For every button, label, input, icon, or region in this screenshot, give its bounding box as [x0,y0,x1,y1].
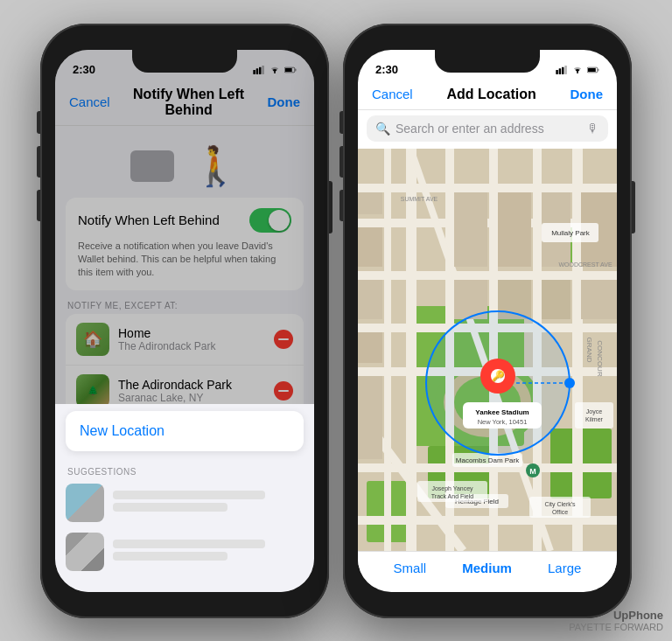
svg-rect-45 [498,192,531,267]
svg-rect-51 [581,280,617,319]
svg-rect-81 [575,402,613,428]
home-remove-button[interactable] [274,330,293,349]
park-remove-button[interactable] [274,381,293,401]
svg-rect-50 [542,280,570,319]
right-status-icons [556,66,599,74]
toggle-description: Receive a notification when you leave Da… [78,240,291,280]
right-notch [435,50,540,73]
right-cancel-button[interactable]: Cancel [372,87,413,101]
svg-rect-11 [564,66,567,74]
search-icon: 🔍 [375,122,390,136]
park-thumb: 🌲 [76,374,109,408]
wallet-wrapper [130,150,174,182]
svg-text:Kilmer: Kilmer [585,416,604,422]
notch [132,50,237,73]
left-cancel-button[interactable]: Cancel [69,94,110,109]
wifi-icon [269,66,281,74]
park-sub: Saranac Lake, NY [118,392,265,404]
left-done-button[interactable]: Done [268,94,301,109]
svg-rect-53 [358,376,382,459]
home-thumb: 🏠 [76,323,109,356]
volume-down-button[interactable] [37,190,40,221]
svg-text:M: M [529,467,536,476]
right-signal-icon [556,66,568,74]
svg-rect-15 [588,68,596,72]
left-status-icons [253,66,297,74]
left-screen: 2:30 [55,50,314,592]
search-input[interactable]: Search or enter an address [396,122,582,136]
svg-rect-8 [556,70,558,74]
suggestion-line2b [113,552,228,561]
suggestion-item-1[interactable] [66,480,304,526]
suggestion-text-1 [113,491,304,515]
svg-point-12 [577,71,578,73]
svg-text:Joyce: Joyce [586,408,602,415]
notify-toggle[interactable] [249,208,291,233]
volume-up-button[interactable] [37,146,40,178]
medium-size-button[interactable]: Medium [462,561,512,575]
location-item-home: 🏠 Home The Adirondack Park [66,314,304,366]
search-bar[interactable]: 🔍 Search or enter an address 🎙 [367,115,608,142]
suggestion-line1a [113,491,265,499]
svg-rect-14 [598,68,598,71]
toggle-section: Notify When Left Behind Receive a notifi… [66,198,304,290]
battery-icon [284,66,297,74]
svg-text:SUMMIT AVE: SUMMIT AVE [401,196,438,202]
right-mute-button[interactable] [340,111,343,134]
small-size-button[interactable]: Small [394,561,427,575]
home-text: Home The Adirondack Park [118,326,265,352]
right-wifi-icon [571,66,584,74]
svg-text:GRAND: GRAND [585,337,593,362]
power-button[interactable] [329,181,332,233]
park-name: The Adirondack Park [118,378,265,392]
park-text: The Adirondack Park Saranac Lake, NY [118,378,265,404]
toggle-label: Notify When Left Behind [78,213,220,227]
right-screen: 2:30 [358,50,617,592]
svg-rect-31 [384,149,391,551]
signal-icon [253,66,265,74]
new-location-popup[interactable]: New Location [66,411,304,451]
right-done-button[interactable]: Done [570,87,604,101]
svg-text:New York, 10451: New York, 10451 [478,418,528,426]
map-area[interactable]: M Mullaly Park Heritage Field Macombs Da… [358,149,617,551]
toggle-row: Notify When Left Behind [78,208,291,233]
svg-text:WOODCREST AVE: WOODCREST AVE [558,261,612,268]
svg-rect-9 [559,68,562,74]
left-status-time: 2:30 [73,63,95,76]
right-volume-down-button[interactable] [340,190,343,221]
home-name: Home [118,326,265,340]
svg-text:Office: Office [552,509,568,515]
mute-button[interactable] [37,111,40,134]
left-nav-bar: Cancel Notify When Left Behind Done [55,83,314,126]
watermark: UpPhone PAYETTE FORWARD [569,609,663,632]
suggestion-thumb-2 [66,533,104,571]
svg-rect-43 [358,280,382,319]
svg-text:Track And Field: Track And Field [431,493,473,499]
svg-rect-3 [262,66,264,74]
right-phone: 2:30 [343,24,632,618]
svg-text:🔑: 🔑 [492,369,505,382]
svg-rect-2 [259,66,262,73]
right-volume-up-button[interactable] [340,146,343,178]
suggestions-header: SUGGESTIONS [55,458,314,480]
notify-header: NOTIFY ME, EXCEPT AT: [55,290,314,314]
svg-rect-42 [358,227,382,267]
phones-container: 2:30 [40,24,632,618]
walking-wrapper: 🚶 [192,143,240,189]
large-size-button[interactable]: Large [548,561,581,575]
home-sub: The Adirondack Park [118,340,265,352]
svg-text:Yankee Stadium: Yankee Stadium [475,408,528,416]
suggestion-line2a [113,503,228,512]
svg-rect-10 [562,66,564,73]
suggestion-item-2[interactable] [66,529,304,575]
svg-point-4 [274,71,276,73]
suggestion-thumb-1 [66,484,104,522]
svg-rect-1 [256,68,259,74]
svg-text:Mullaly Park: Mullaly Park [551,229,591,237]
new-location-text[interactable]: New Location [80,423,164,438]
svg-rect-52 [358,332,382,363]
right-power-button[interactable] [632,181,635,233]
toggle-knob [269,210,290,231]
map-svg: M Mullaly Park Heritage Field Macombs Da… [358,149,617,551]
mic-icon[interactable]: 🎙 [587,122,599,136]
